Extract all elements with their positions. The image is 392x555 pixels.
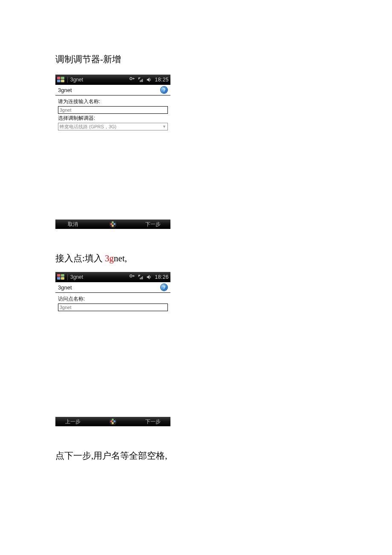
label-connection-name: 请为连接输入名称: (58, 98, 168, 105)
apn-input[interactable] (58, 304, 168, 311)
back-button[interactable]: 上一步 (62, 418, 84, 425)
chevron-down-icon: ▼ (162, 124, 166, 129)
svg-rect-6 (141, 277, 142, 279)
start-icon[interactable] (57, 77, 65, 83)
svg-point-0 (130, 78, 132, 80)
home-icon[interactable] (110, 418, 116, 425)
svg-rect-1 (140, 81, 141, 82)
app-title-bar: 3gnet ? (55, 282, 170, 293)
signal-icon (138, 274, 144, 280)
label-apn: 访问点名称: (58, 295, 168, 303)
connection-name-input[interactable] (58, 106, 168, 114)
screenshot-apn: 3gnet 18:26 3gnet ? 访问点名称: 上一步 下一步 (55, 272, 170, 426)
app-title-bar: 3gnet ? (55, 85, 170, 95)
status-bar: 3gnet 18:26 (55, 272, 170, 282)
caption-next-step: 点下一步,用户名等全部空格, (55, 450, 337, 462)
help-icon[interactable]: ? (160, 283, 168, 291)
next-button[interactable]: 下一步 (142, 418, 164, 425)
heading-modem-add: 调制调节器-新增 (55, 53, 337, 65)
home-icon[interactable] (110, 221, 116, 228)
app-title: 3gnet (58, 87, 72, 93)
svg-rect-7 (142, 276, 143, 279)
topbar-title: 3gnet (70, 77, 83, 83)
soft-key-bar: 取消 下一步 (55, 220, 170, 229)
next-button[interactable]: 下一步 (142, 221, 164, 228)
status-bar: 3gnet 18:25 (55, 75, 170, 85)
soft-key-bar: 上一步 下一步 (55, 417, 170, 426)
clock: 18:25 (155, 77, 169, 83)
svg-point-4 (130, 275, 132, 277)
app-title: 3gnet (58, 284, 72, 291)
screenshot-modem-new: 3gnet 18:25 3gnet ? 请为连接输入名称: 选择调制解调器: 蜂… (55, 75, 170, 229)
svg-rect-3 (142, 79, 143, 82)
connectivity-icon (129, 77, 135, 83)
label-select-modem: 选择调制解调器: (58, 115, 168, 122)
separator (67, 77, 68, 83)
modem-select-value: 蜂窝电话线路 (GPRS，3G) (60, 124, 116, 130)
svg-rect-2 (141, 80, 142, 82)
clock: 18:26 (155, 274, 169, 280)
start-icon[interactable] (57, 274, 65, 280)
svg-rect-5 (140, 278, 141, 280)
signal-icon (138, 77, 144, 83)
separator (67, 274, 68, 280)
help-icon[interactable]: ? (160, 86, 168, 94)
caption-apn: 接入点:填入 3gnet, (55, 252, 337, 264)
volume-icon (146, 77, 152, 83)
topbar-title: 3gnet (70, 274, 83, 280)
connectivity-icon (129, 274, 135, 280)
modem-select[interactable]: 蜂窝电话线路 (GPRS，3G) ▼ (58, 123, 168, 130)
volume-icon (146, 274, 152, 280)
cancel-button[interactable]: 取消 (62, 221, 84, 228)
